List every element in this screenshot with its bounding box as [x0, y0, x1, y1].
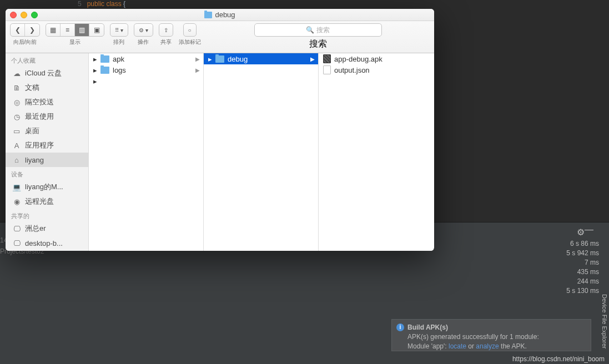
folder-icon: [100, 67, 109, 74]
finder-toolbar: ❮ ❯ 向后/向前 ▦ ≡ ▥ ▣ 显示 ⠿ ▾ 排列 ⚙ ▾ 操作 ⇪ 共享: [6, 21, 434, 53]
locate-link[interactable]: locate: [449, 342, 466, 350]
build-notification[interactable]: i Build APK(s) APK(s) generated successf…: [391, 319, 591, 351]
build-times: 6 s 86 ms 5 s 942 ms 7 ms 435 ms 244 ms …: [566, 239, 599, 296]
sidebar-item-documents[interactable]: 🗎文稿: [6, 80, 88, 95]
notification-line2: Module 'app': locate or analyze the APK.: [407, 342, 574, 351]
finder-body: 个人收藏 ☁︎iCloud 云盘 🗎文稿 ◎隔空投送 ◷最近使用 ▭桌面 A应用…: [6, 53, 434, 251]
sidebar-item-shared2[interactable]: 🖵desktop-b...: [6, 236, 88, 250]
gear-icon[interactable]: ⚙: [577, 227, 585, 237]
device-file-explorer-tab[interactable]: Device File Explorer: [601, 294, 608, 348]
maximize-icon[interactable]: [31, 12, 38, 18]
folder-row-debug[interactable]: ▸ debug▶: [204, 53, 318, 64]
column-3: app-debug.apk output.json: [319, 53, 434, 251]
folder-row-apk[interactable]: ▸ apk▶: [89, 53, 203, 64]
sidebar-section-shared: 共享的: [6, 209, 88, 221]
sidebar-item-home[interactable]: ⌂liyang: [6, 153, 88, 167]
clock-icon: ◷: [12, 112, 21, 121]
notification-title: Build APK(s): [407, 323, 574, 332]
folder-icon: [204, 12, 212, 18]
sidebar-item-airdrop[interactable]: ◎隔空投送: [6, 95, 88, 109]
sidebar-item-applications[interactable]: A应用程序: [6, 138, 88, 153]
analyze-link[interactable]: analyze: [476, 342, 499, 350]
forward-button[interactable]: ❯: [25, 24, 39, 36]
share-button[interactable]: ⇪: [159, 23, 173, 37]
action-button[interactable]: ⚙ ▾: [134, 23, 153, 37]
finder-sidebar: 个人收藏 ☁︎iCloud 云盘 🗎文稿 ◎隔空投送 ◷最近使用 ▭桌面 A应用…: [6, 53, 89, 251]
folder-icon: [100, 55, 109, 63]
file-icon: [323, 65, 331, 74]
folder-icon: [215, 55, 224, 63]
close-icon[interactable]: [10, 12, 17, 18]
disc-icon: ◉: [12, 197, 21, 206]
sidebar-item-recents[interactable]: ◷最近使用: [6, 109, 88, 124]
column-2: ▸ debug▶: [204, 53, 319, 251]
finder-titlebar[interactable]: debug: [6, 9, 434, 21]
view-icon-button[interactable]: ▦: [46, 24, 61, 36]
search-icon: 🔍: [306, 26, 314, 34]
sidebar-item-icloud[interactable]: ☁︎iCloud 云盘: [6, 66, 88, 80]
finder-window: debug ❮ ❯ 向后/向前 ▦ ≡ ▥ ▣ 显示 ⠿ ▾ 排列 ⚙ ▾ 操作: [6, 9, 434, 251]
home-icon: ⌂: [12, 155, 21, 164]
sidebar-section-devices: 设备: [6, 167, 88, 180]
column-1: ▸ apk▶ ▸ logs▶ ▸: [89, 53, 204, 251]
sidebar-item-remotedisc[interactable]: ◉远程光盘: [6, 194, 88, 209]
sort-button[interactable]: ⠿ ▾: [110, 23, 128, 37]
folder-row-logs[interactable]: ▸ logs▶: [89, 64, 203, 75]
sidebar-section-favorites: 个人收藏: [6, 53, 88, 66]
minimize-window-icon[interactable]: [21, 12, 27, 18]
info-icon: i: [396, 323, 404, 331]
chevron-right-icon: ▶: [195, 67, 200, 73]
view-gallery-button[interactable]: ▣: [89, 24, 104, 36]
search-input[interactable]: 🔍 搜索: [254, 23, 382, 37]
apk-file-icon: [323, 54, 331, 63]
watermark: https://blog.csdn.net/nini_boom: [512, 355, 605, 363]
cloud-icon: ☁︎: [12, 69, 21, 78]
minimize-icon[interactable]: —: [585, 225, 593, 235]
sidebar-item-desktop[interactable]: ▭桌面: [6, 124, 88, 138]
file-row-json[interactable]: output.json: [319, 64, 434, 75]
airdrop-icon: ◎: [12, 98, 21, 107]
sidebar-item-shared1[interactable]: 🖵洲总er: [6, 221, 88, 236]
tags-button[interactable]: ○: [183, 23, 197, 37]
notification-line1: APK(s) generated successfully for 1 modu…: [407, 332, 574, 342]
documents-icon: 🗎: [12, 83, 21, 92]
window-title: debug: [215, 11, 235, 19]
sidebar-item-laptop[interactable]: 💻liyang的M...: [6, 180, 88, 194]
app-icon: A: [12, 141, 21, 150]
chevron-right-icon: ▶: [195, 56, 200, 62]
back-button[interactable]: ❮: [11, 24, 25, 36]
monitor-icon: 🖵: [12, 224, 21, 233]
view-column-button[interactable]: ▥: [75, 24, 89, 36]
chevron-right-icon: ▶: [310, 56, 315, 62]
folder-row-empty: ▸: [89, 75, 203, 87]
monitor-icon: 🖵: [12, 239, 21, 247]
view-list-button[interactable]: ≡: [61, 24, 75, 36]
file-row-apk[interactable]: app-debug.apk: [319, 53, 434, 64]
laptop-icon: 💻: [12, 183, 21, 191]
desktop-icon: ▭: [12, 127, 21, 135]
